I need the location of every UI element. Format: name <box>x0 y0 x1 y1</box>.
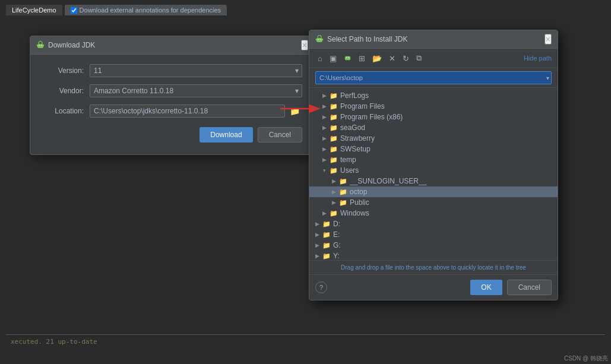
drag-hint: Drag and drop a file into the space abov… <box>309 260 558 274</box>
vendor-row: Vendor: Amazon Corretto 11.0.18 <box>42 84 302 97</box>
annotation-tab[interactable]: Download external annotations for depend… <box>65 5 227 15</box>
tree-item-perflogs[interactable]: ▶ 📁 PerfLogs <box>309 90 558 101</box>
download-dialog-body: Version: 11 Vendor: Amazon Corretto 11.0… <box>30 55 314 154</box>
lifecycle-demo-tab[interactable]: LifeCycleDemo <box>6 5 62 15</box>
tree-item-label: temp <box>340 156 356 164</box>
tree-item-users[interactable]: ▾ 📁 Users <box>309 165 558 176</box>
tree-item-e[interactable]: ▶ 📁 E: <box>309 229 558 240</box>
home-button[interactable]: ⌂ <box>315 53 325 64</box>
svg-rect-0 <box>37 44 43 48</box>
tree-item-program-files-x86[interactable]: ▶ 📁 Program Files (x86) <box>309 112 558 122</box>
expand-arrow: ▶ <box>331 189 337 195</box>
expand-arrow: ▶ <box>321 157 327 163</box>
tree-item-label: Program Files (x86) <box>340 113 403 121</box>
svg-rect-7 <box>316 38 322 42</box>
new-folder-button[interactable]: 📂 <box>370 53 384 64</box>
location-label: Location: <box>42 107 84 115</box>
expand-arrow: ▶ <box>321 146 327 152</box>
tree-item-program-files[interactable]: ▶ 📁 Program Files <box>309 101 558 112</box>
android-button[interactable] <box>341 52 354 64</box>
folder-icon: 📁 <box>330 156 338 164</box>
arrow-indicator <box>277 100 325 118</box>
annotation-tab-label: Download external annotations for depend… <box>80 7 221 14</box>
path-dialog-titlebar: Select Path to Install JDK × <box>309 30 558 49</box>
download-dialog-title-text: Download JDK <box>48 41 95 49</box>
tab-bar: LifeCycleDemo Download external annotati… <box>6 5 227 15</box>
select-path-dialog: Select Path to Install JDK × ⌂ ▣ ⊞ 📂 ✕ ↻… <box>309 30 558 300</box>
expand-arrow: ▶ <box>314 232 320 238</box>
folder-icon: 📁 <box>330 92 338 100</box>
download-dialog-close[interactable]: × <box>301 40 308 50</box>
vendor-select[interactable]: Amazon Corretto 11.0.18 <box>90 84 302 97</box>
location-input-row: 📁 <box>90 105 302 118</box>
hide-path-button[interactable]: Hide path <box>524 55 552 62</box>
folder-icon: 📁 <box>322 220 331 228</box>
log-area: xecuted. 21 up-to-date <box>6 334 605 352</box>
folder-icon: 📁 <box>330 113 338 121</box>
vendor-select-wrapper: Amazon Corretto 11.0.18 <box>90 84 302 97</box>
version-select-wrapper: 11 <box>90 64 302 77</box>
path-cancel-button[interactable]: Cancel <box>507 280 552 295</box>
expand-arrow: ▶ <box>314 242 320 248</box>
download-button[interactable]: Download <box>200 127 252 143</box>
path-dialog-title: Select Path to Install JDK <box>315 35 407 43</box>
expand-arrow: ▶ <box>314 221 320 227</box>
tree-item-label: Users <box>340 166 359 175</box>
tree-item-label: SWSetup <box>340 145 371 153</box>
path-dialog-android-icon <box>315 35 324 43</box>
refresh-button[interactable]: ↻ <box>400 53 411 64</box>
tree-item-windows[interactable]: ▶ 📁 Windows <box>309 208 558 219</box>
tree-item-label: octop <box>350 188 367 196</box>
tree-item-seagod[interactable]: ▶ 📁 seaGod <box>309 122 558 133</box>
folder-icon: 📁 <box>322 252 331 260</box>
path-input[interactable] <box>315 71 552 84</box>
folder-icon: 📁 <box>330 145 338 153</box>
folder-button[interactable]: ▣ <box>327 53 339 64</box>
version-label: Version: <box>42 67 84 75</box>
help-button[interactable]: ? <box>315 281 327 293</box>
svg-point-13 <box>346 57 347 58</box>
file-tree[interactable]: ▶ 📁 PerfLogs ▶ 📁 Program Files ▶ 📁 Progr… <box>309 88 558 260</box>
folder-icon: 📁 <box>330 167 338 175</box>
path-input-wrapper: ▾ <box>315 71 552 84</box>
tree-item-label: E: <box>333 230 340 239</box>
path-dropdown-arrow: ▾ <box>546 75 549 81</box>
tree-item-label: seaGod <box>340 124 365 132</box>
expand-arrow: ▶ <box>314 253 320 259</box>
path-ok-button[interactable]: OK <box>470 280 502 295</box>
tree-item-temp[interactable]: ▶ 📁 temp <box>309 154 558 165</box>
folder-icon: 📁 <box>339 188 347 196</box>
tree-item-label: Windows <box>340 209 369 217</box>
tree-item-sunlogin[interactable]: ▶ 📁 __SUNLOGIN_USER__ <box>309 176 558 186</box>
version-select[interactable]: 11 <box>90 64 302 77</box>
expand-arrow: ▶ <box>321 125 327 131</box>
tree-item-y[interactable]: ▶ 📁 Y: <box>309 251 558 260</box>
path-dialog-close[interactable]: × <box>544 34 552 45</box>
download-dialog-titlebar: Download JDK × <box>30 36 314 55</box>
download-jdk-dialog: Download JDK × Version: 11 Vendor: Amazo… <box>30 36 315 155</box>
tree-item-public[interactable]: ▶ 📁 Public <box>309 197 558 208</box>
annotation-checkbox[interactable] <box>71 7 77 14</box>
location-input[interactable] <box>90 105 285 118</box>
expand-arrow: ▶ <box>331 200 337 205</box>
path-input-bar: ▾ <box>309 68 558 88</box>
download-cancel-button[interactable]: Cancel <box>258 127 302 143</box>
tree-item-octop[interactable]: ▶ 📁 octop <box>309 186 558 197</box>
expand-all-button[interactable]: ⊞ <box>356 53 368 64</box>
footer-right: OK Cancel <box>470 280 552 295</box>
tree-item-label: G: <box>333 241 341 249</box>
drag-hint-text-2: in the tree <box>499 264 525 271</box>
tree-item-d[interactable]: ▶ 📁 D: <box>309 219 558 229</box>
expand-arrow: ▾ <box>321 167 327 173</box>
folder-icon: 📁 <box>330 103 338 110</box>
tree-item-swsetup[interactable]: ▶ 📁 SWSetup <box>309 144 558 154</box>
tree-item-label: __SUNLOGIN_USER__ <box>350 177 426 185</box>
tree-item-strawberry[interactable]: ▶ 📁 Strawberry <box>309 133 558 144</box>
svg-point-1 <box>39 45 40 46</box>
drag-hint-text-1: Drag and drop a file into the space abov… <box>341 264 493 271</box>
path-toolbar: ⌂ ▣ ⊞ 📂 ✕ ↻ ⧉ Hide path <box>309 49 558 68</box>
copy-button[interactable]: ⧉ <box>414 52 424 64</box>
svg-rect-12 <box>345 56 350 61</box>
delete-button[interactable]: ✕ <box>387 53 398 64</box>
tree-item-g[interactable]: ▶ 📁 G: <box>309 240 558 251</box>
